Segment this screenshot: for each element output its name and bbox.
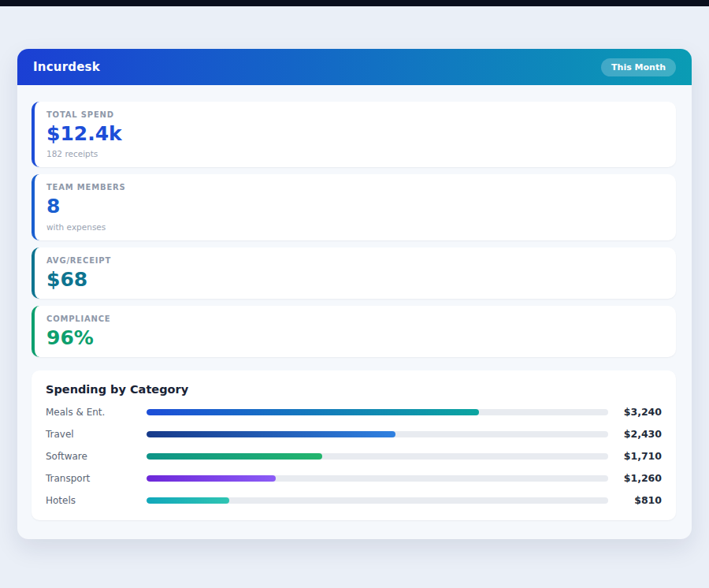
- stat-value: $68: [46, 270, 663, 290]
- category-label: Hotels: [46, 495, 140, 506]
- stat-label: AVG/RECEIPT: [46, 256, 663, 265]
- stat-card-avg-receipt: AVG/RECEIPT $68: [32, 247, 676, 299]
- bar-fill: [147, 431, 395, 437]
- category-value: $810: [614, 494, 662, 506]
- category-label: Transport: [46, 473, 140, 484]
- stat-sub: with expenses: [46, 222, 663, 232]
- category-value: $1,710: [614, 450, 662, 462]
- chart-row: Transport $1,260: [46, 472, 662, 484]
- stat-card-team-members: TEAM MEMBERS 8 with expenses: [32, 174, 676, 240]
- category-label: Travel: [46, 429, 140, 440]
- category-value: $1,260: [614, 472, 662, 484]
- stat-card-total-spend: TOTAL SPEND $12.4k 182 receipts: [32, 102, 676, 167]
- category-label: Software: [46, 451, 140, 462]
- dashboard-body: TOTAL SPEND $12.4k 182 receipts TEAM MEM…: [17, 85, 692, 536]
- bar-track: [147, 453, 608, 460]
- stat-label: TEAM MEMBERS: [46, 183, 663, 192]
- stat-label: TOTAL SPEND: [46, 110, 663, 119]
- stat-sub: 182 receipts: [46, 149, 663, 158]
- stat-label: COMPLIANCE: [46, 314, 663, 323]
- stat-value: 8: [46, 196, 663, 217]
- app-card: Incurdesk This Month TOTAL SPEND $12.4k …: [17, 49, 692, 539]
- spending-by-category-card: Spending by Category Meals & Ent. $3,240…: [32, 370, 676, 520]
- category-label: Meals & Ent.: [46, 407, 140, 418]
- chart-row: Travel $2,430: [46, 428, 662, 440]
- period-badge[interactable]: This Month: [601, 58, 676, 76]
- category-value: $3,240: [614, 406, 662, 418]
- app-title: Incurdesk: [33, 60, 100, 74]
- bar-track: [147, 409, 608, 415]
- bar-track: [147, 497, 608, 504]
- bar-fill: [147, 497, 229, 504]
- app-header: Incurdesk This Month: [17, 49, 692, 85]
- bar-track: [147, 475, 608, 482]
- stat-value: 96%: [46, 328, 663, 348]
- chart-row: Meals & Ent. $3,240: [46, 406, 662, 418]
- chart-row: Software $1,710: [46, 450, 662, 462]
- bar-fill: [147, 453, 322, 460]
- bar-fill: [147, 409, 479, 415]
- top-strip: [0, 0, 709, 6]
- stat-value: $12.4k: [46, 124, 663, 144]
- stat-card-compliance: COMPLIANCE 96%: [32, 306, 676, 357]
- chart-row: Hotels $810: [46, 494, 662, 506]
- bar-fill: [147, 475, 276, 482]
- category-value: $2,430: [614, 428, 662, 440]
- bar-track: [147, 431, 608, 437]
- chart-title: Spending by Category: [46, 383, 662, 396]
